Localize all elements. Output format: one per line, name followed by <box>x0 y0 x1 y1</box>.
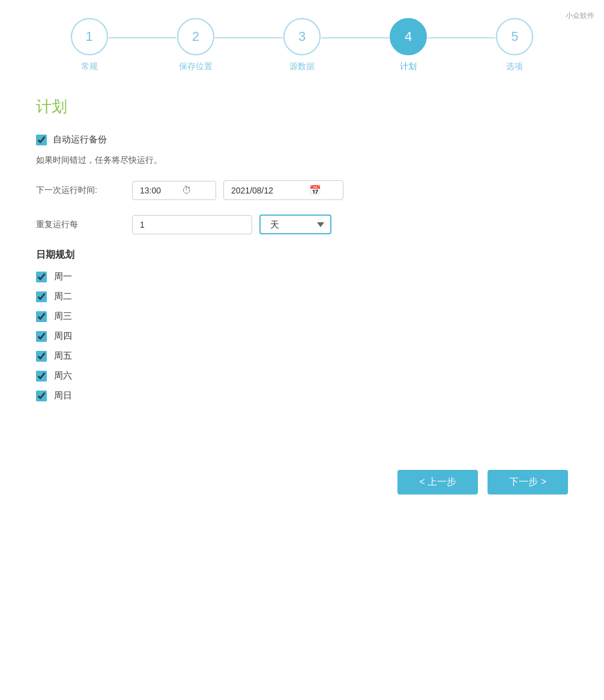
day-friday-row[interactable]: 周五 <box>36 350 568 362</box>
auto-backup-checkbox[interactable] <box>36 135 47 145</box>
label-saturday: 周六 <box>54 370 72 382</box>
step-circle-5: 5 <box>496 18 533 55</box>
checkbox-thursday[interactable] <box>36 331 47 342</box>
day-wednesday-row[interactable]: 周三 <box>36 311 568 322</box>
step-circle-4: 4 <box>390 18 427 55</box>
auto-backup-label: 自动运行备份 <box>53 134 107 145</box>
step-5[interactable]: 5 选项 <box>462 18 568 72</box>
clock-icon: ⏱ <box>182 185 192 196</box>
stepper: 1 常规 2 保存位置 3 源数据 4 计划 5 选项 <box>0 0 604 84</box>
prev-button[interactable]: < 上一步 <box>397 470 478 495</box>
main-content: 计划 自动运行备份 如果时间错过，任务将尽快运行。 下一次运行时间: ⏱ 📅 重… <box>0 84 604 434</box>
date-input-wrapper[interactable]: 📅 <box>223 180 343 200</box>
label-tuesday: 周二 <box>54 291 72 302</box>
step-2[interactable]: 2 保存位置 <box>142 18 249 72</box>
step-circle-3: 3 <box>283 18 321 55</box>
day-saturday-row[interactable]: 周六 <box>36 370 568 382</box>
checkbox-friday[interactable] <box>36 351 47 362</box>
day-tuesday-row[interactable]: 周二 <box>36 291 568 302</box>
checkbox-monday[interactable] <box>36 272 47 282</box>
hint-text: 如果时间错过，任务将尽快运行。 <box>36 155 568 166</box>
time-input[interactable] <box>140 186 182 195</box>
step-circle-1: 1 <box>71 18 108 55</box>
date-rules-title: 日期规划 <box>36 249 568 261</box>
step-3[interactable]: 3 源数据 <box>249 18 355 72</box>
auto-backup-row[interactable]: 自动运行备份 <box>36 134 568 145</box>
checkbox-tuesday[interactable] <box>36 291 47 302</box>
checkbox-saturday[interactable] <box>36 371 47 382</box>
next-run-label: 下一次运行时间: <box>36 185 132 196</box>
date-input[interactable] <box>231 186 309 195</box>
label-thursday: 周四 <box>54 330 72 342</box>
repeat-inputs: 天 周 月 <box>132 215 331 234</box>
calendar-icon: 📅 <box>309 184 321 196</box>
day-thursday-row[interactable]: 周四 <box>36 330 568 342</box>
date-rules-section: 日期规划 周一 周二 周三 周四 周五 周六 周日 <box>36 249 568 401</box>
repeat-number-input[interactable] <box>132 215 252 234</box>
day-sunday-row[interactable]: 周日 <box>36 390 568 401</box>
step-label-3: 源数据 <box>289 61 315 72</box>
step-4[interactable]: 4 计划 <box>355 18 462 72</box>
next-run-inputs: ⏱ 📅 <box>132 180 343 200</box>
step-circle-2: 2 <box>177 18 214 55</box>
step-1[interactable]: 1 常规 <box>36 18 142 72</box>
label-friday: 周五 <box>54 350 72 362</box>
checkbox-wednesday[interactable] <box>36 311 47 322</box>
repeat-label: 重复运行每 <box>36 219 132 230</box>
day-monday-row[interactable]: 周一 <box>36 271 568 282</box>
next-button[interactable]: 下一步 > <box>488 470 568 495</box>
step-label-1: 常规 <box>81 61 98 72</box>
time-input-wrapper[interactable]: ⏱ <box>132 181 216 200</box>
step-label-4: 计划 <box>400 61 417 72</box>
repeat-row: 重复运行每 天 周 月 <box>36 215 568 234</box>
label-monday: 周一 <box>54 271 72 282</box>
checkbox-sunday[interactable] <box>36 391 47 401</box>
label-sunday: 周日 <box>54 390 72 401</box>
label-wednesday: 周三 <box>54 311 72 322</box>
footer-buttons: < 上一步 下一步 > <box>0 458 604 519</box>
step-label-5: 选项 <box>506 61 523 72</box>
next-run-row: 下一次运行时间: ⏱ 📅 <box>36 180 568 200</box>
page-title: 计划 <box>36 96 568 117</box>
unit-select[interactable]: 天 周 月 <box>259 215 331 234</box>
step-label-2: 保存位置 <box>179 61 213 72</box>
